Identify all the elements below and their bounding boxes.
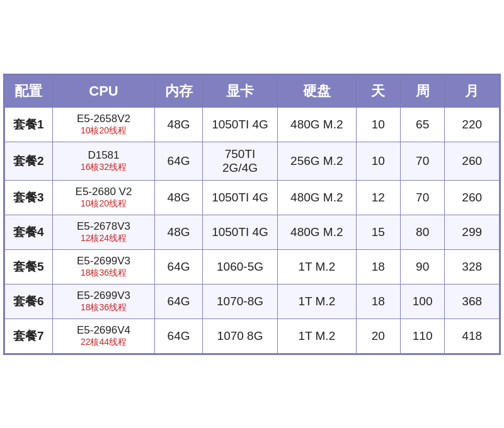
day-cell: 10	[356, 107, 400, 142]
cpu-cores: 22核44线程	[55, 337, 152, 348]
table-row: 套餐2D158116核32线程64G750TI 2G/4G256G M.2107…	[5, 142, 500, 180]
week-cell: 110	[400, 318, 444, 353]
table-row: 套餐6E5-2699V318核36线程64G1070-8G1T M.218100…	[5, 284, 500, 318]
day-cell: 12	[356, 180, 400, 215]
cpu-model: E5-2680 V2	[55, 186, 152, 198]
cpu-model: E5-2678V3	[55, 220, 152, 233]
cpu-model: E5-2696V4	[55, 324, 152, 337]
col-mem: 内存	[155, 75, 203, 107]
cpu-cell: E5-2678V312核24线程	[52, 215, 154, 249]
cpu-cell: E5-2696V422核44线程	[52, 318, 154, 353]
pkg-name: 套餐3	[13, 191, 44, 204]
table-row: 套餐1E5-2658V210核20线程48G1050TI 4G480G M.21…	[5, 107, 500, 142]
cpu-cell: E5-2699V318核36线程	[52, 249, 154, 284]
cpu-model: E5-2699V3	[55, 290, 152, 302]
mem-cell: 64G	[155, 249, 203, 284]
col-day: 天	[356, 75, 400, 107]
pkg-name: 套餐6	[13, 295, 44, 308]
col-config: 配置	[5, 75, 53, 107]
col-gpu: 显卡	[202, 75, 277, 107]
cpu-cores: 10核20线程	[55, 198, 152, 210]
table-row: 套餐7E5-2696V422核44线程64G1070 8G1T M.220110…	[5, 318, 500, 353]
week-cell: 65	[400, 107, 444, 142]
pkg-name: 套餐5	[13, 260, 44, 273]
pkg-cell: 套餐3	[5, 180, 53, 215]
pricing-table: 配置 CPU 内存 显卡 硬盘 天 周 月 套餐1E5-2658V210核20线…	[3, 74, 501, 355]
gpu-cell: 750TI 2G/4G	[202, 142, 277, 180]
cpu-cell: E5-2699V318核36线程	[52, 284, 154, 318]
week-cell: 100	[400, 284, 444, 318]
pkg-cell: 套餐5	[5, 249, 53, 284]
disk-cell: 1T M.2	[278, 249, 357, 284]
col-disk: 硬盘	[278, 75, 357, 107]
cpu-model: E5-2699V3	[55, 255, 152, 268]
gpu-cell: 1050TI 4G	[202, 107, 277, 142]
col-month: 月	[445, 75, 500, 107]
disk-cell: 480G M.2	[278, 215, 357, 249]
pkg-name: 套餐7	[13, 329, 44, 342]
cpu-cores: 18核36线程	[55, 268, 152, 279]
cpu-cell: E5-2658V210核20线程	[52, 107, 154, 142]
week-cell: 70	[400, 180, 444, 215]
month-cell: 328	[445, 249, 500, 284]
cpu-cores: 18核36线程	[55, 302, 152, 313]
cpu-cell: D158116核32线程	[52, 142, 154, 180]
day-cell: 18	[356, 284, 400, 318]
mem-cell: 48G	[155, 180, 203, 215]
disk-cell: 1T M.2	[278, 284, 357, 318]
disk-cell: 256G M.2	[278, 142, 357, 180]
month-cell: 260	[445, 180, 500, 215]
week-cell: 70	[400, 142, 444, 180]
mem-cell: 64G	[155, 284, 203, 318]
day-cell: 20	[356, 318, 400, 353]
cpu-cores: 10核20线程	[55, 125, 152, 137]
mem-cell: 64G	[155, 318, 203, 353]
cpu-model: D1581	[55, 149, 152, 162]
week-cell: 80	[400, 215, 444, 249]
pkg-name: 套餐4	[13, 225, 44, 239]
day-cell: 18	[356, 249, 400, 284]
gpu-cell: 1070 8G	[202, 318, 277, 353]
col-cpu: CPU	[52, 75, 154, 107]
pkg-cell: 套餐2	[5, 142, 53, 180]
pkg-cell: 套餐1	[5, 107, 53, 142]
gpu-cell: 1070-8G	[202, 284, 277, 318]
disk-cell: 480G M.2	[278, 107, 357, 142]
table-header-row: 配置 CPU 内存 显卡 硬盘 天 周 月	[5, 75, 500, 107]
pkg-cell: 套餐6	[5, 284, 53, 318]
month-cell: 299	[445, 215, 500, 249]
table-row: 套餐4E5-2678V312核24线程48G1050TI 4G480G M.21…	[5, 215, 500, 249]
month-cell: 418	[445, 318, 500, 353]
week-cell: 90	[400, 249, 444, 284]
gpu-cell: 1050TI 4G	[202, 215, 277, 249]
table-row: 套餐3E5-2680 V210核20线程48G1050TI 4G480G M.2…	[5, 180, 500, 215]
pkg-cell: 套餐7	[5, 318, 53, 353]
mem-cell: 48G	[155, 215, 203, 249]
day-cell: 15	[356, 215, 400, 249]
disk-cell: 1T M.2	[278, 318, 357, 353]
month-cell: 368	[445, 284, 500, 318]
pkg-name: 套餐1	[13, 118, 44, 131]
pkg-name: 套餐2	[13, 154, 44, 167]
month-cell: 260	[445, 142, 500, 180]
col-week: 周	[400, 75, 444, 107]
gpu-cell: 1050TI 4G	[202, 180, 277, 215]
table-row: 套餐5E5-2699V318核36线程64G1060-5G1T M.218903…	[5, 249, 500, 284]
month-cell: 220	[445, 107, 500, 142]
mem-cell: 48G	[155, 107, 203, 142]
cpu-model: E5-2658V2	[55, 113, 152, 125]
cpu-cell: E5-2680 V210核20线程	[52, 180, 154, 215]
pkg-cell: 套餐4	[5, 215, 53, 249]
cpu-cores: 12核24线程	[55, 233, 152, 244]
disk-cell: 480G M.2	[278, 180, 357, 215]
gpu-cell: 1060-5G	[202, 249, 277, 284]
cpu-cores: 16核32线程	[55, 162, 152, 173]
day-cell: 10	[356, 142, 400, 180]
mem-cell: 64G	[155, 142, 203, 180]
